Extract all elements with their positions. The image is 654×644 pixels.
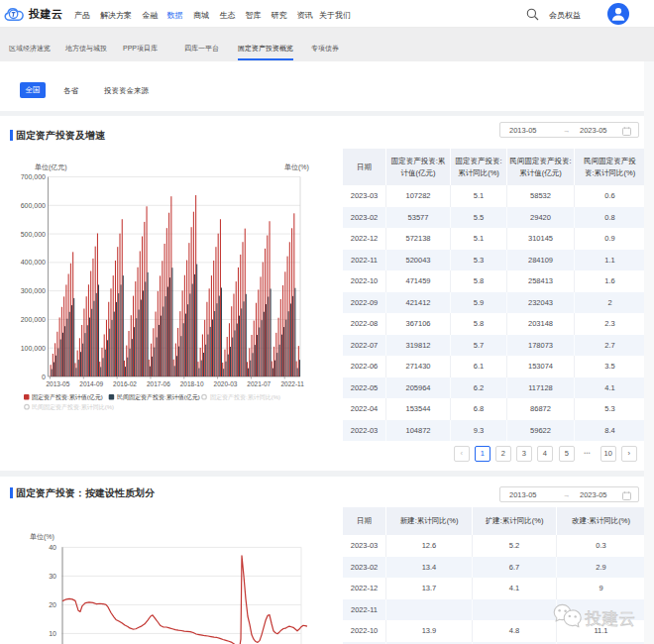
svg-text:固定资产投资:累计同比(%): 固定资产投资:累计同比(%) xyxy=(210,393,280,401)
svg-text:2013-05: 2013-05 xyxy=(46,380,69,387)
svg-text:200,000: 200,000 xyxy=(21,316,46,323)
svg-text:10: 10 xyxy=(49,630,56,637)
svg-text:20: 20 xyxy=(49,601,56,608)
svg-text:民间固定资产投资:累计同比(%): 民间固定资产投资:累计同比(%) xyxy=(32,403,114,411)
svg-text:单位(亿元): 单位(亿元) xyxy=(35,163,67,171)
svg-text:2014-09: 2014-09 xyxy=(79,380,103,387)
svg-text:100,000: 100,000 xyxy=(21,345,46,352)
svg-text:500,000: 500,000 xyxy=(21,231,46,238)
svg-text:0: 0 xyxy=(42,374,46,380)
svg-text:40: 40 xyxy=(49,544,56,551)
svg-text:单位(%): 单位(%) xyxy=(30,533,54,541)
svg-text:2022-11: 2022-11 xyxy=(280,380,304,387)
svg-text:固定资产投资:累计值(亿元): 固定资产投资:累计值(亿元) xyxy=(32,393,103,401)
svg-text:2016-02: 2016-02 xyxy=(113,380,137,387)
svg-text:700,000: 700,000 xyxy=(21,173,46,180)
svg-text:单位(%): 单位(%) xyxy=(284,163,309,171)
svg-text:2020-03: 2020-03 xyxy=(214,380,238,387)
svg-text:600,000: 600,000 xyxy=(21,202,46,209)
svg-text:民间固定资产投资:累计值(亿元): 民间固定资产投资:累计值(亿元) xyxy=(117,393,200,401)
svg-text:2021-07: 2021-07 xyxy=(247,380,271,387)
svg-text:投建云: 投建云 xyxy=(585,609,636,627)
svg-text:2018-10: 2018-10 xyxy=(180,380,204,387)
svg-text:2017-06: 2017-06 xyxy=(147,380,170,387)
svg-text:400,000: 400,000 xyxy=(21,259,46,266)
svg-text:30: 30 xyxy=(49,573,56,580)
svg-text:300,000: 300,000 xyxy=(21,287,46,294)
